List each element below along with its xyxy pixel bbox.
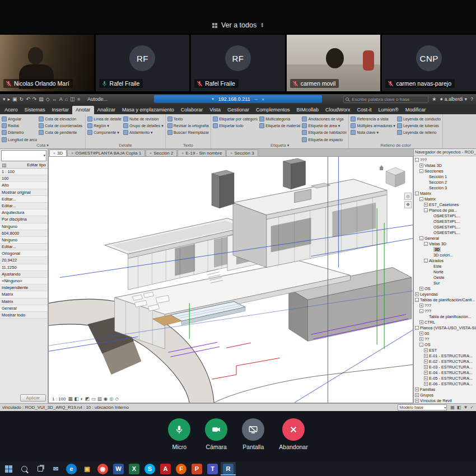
save-icon[interactable]: ▣ [12, 97, 17, 102]
expand-collapse-icon[interactable]: + [419, 320, 423, 324]
taskbar-mail-icon[interactable]: ✉ [48, 462, 63, 475]
sun-path-icon[interactable]: ◐ [81, 396, 83, 402]
filter-icon[interactable]: ▼ [463, 405, 468, 410]
apply-button[interactable]: Aplicar [20, 394, 46, 402]
tree-item[interactable]: OS#EST#PL... [414, 230, 476, 235]
tree-item[interactable]: - ??? [414, 308, 476, 314]
property-row[interactable]: Editar... [0, 196, 48, 203]
tree-item[interactable]: + 00 [414, 330, 476, 336]
design-options-icon[interactable]: ◧ [457, 405, 461, 410]
tree-item[interactable]: Sección 1 [414, 174, 476, 179]
ribbon-tab[interactable]: Sistemas [21, 106, 49, 114]
section-icon[interactable]: ◫ [70, 97, 75, 102]
design-option-select[interactable]: Modelo base [398, 404, 447, 410]
tree-item[interactable]: Oeste [414, 274, 476, 280]
expand-collapse-icon[interactable]: - [419, 197, 423, 201]
taskbar-excel-icon[interactable]: X [127, 462, 142, 475]
ribbon-tab[interactable]: CloudWorx [322, 106, 353, 114]
dimension-icon[interactable]: ↔ [52, 97, 57, 102]
tree-item[interactable]: - General [414, 235, 476, 241]
undo-icon[interactable]: ↶ [26, 97, 30, 102]
pan-icon[interactable]: ✥ [404, 201, 412, 208]
property-row[interactable]: Ninguno [0, 223, 48, 230]
taskbar-edge-icon[interactable]: e [64, 462, 79, 475]
task-view-button[interactable] [32, 462, 48, 475]
edit-type-row[interactable]: ▤ Editar tipo [0, 162, 48, 169]
expand-collapse-icon[interactable]: + [424, 360, 428, 363]
taskbar-chrome-icon[interactable]: ◉ [95, 462, 110, 475]
tree-item[interactable]: + OS [414, 286, 476, 291]
view-tab[interactable]: × E-19 - Sin nombre [178, 150, 226, 156]
tree-item[interactable]: - Tablas de planificación/Canti... [414, 297, 476, 302]
start-button[interactable] [1, 462, 16, 475]
tree-item[interactable]: + CTRL [414, 319, 476, 325]
tree-item[interactable]: + Grupos [414, 392, 476, 398]
measure-icon[interactable]: ◇ [46, 97, 50, 102]
tree-item[interactable]: - ??? [414, 157, 476, 162]
view-tab[interactable]: × Sección 2 [146, 150, 177, 156]
ribbon-tool-button[interactable]: Grupo de detalles ▾ [123, 122, 164, 129]
remote-connection-bar[interactable]: ▾ 192.168.0.211 ─ × [154, 95, 322, 103]
thin-lines-icon[interactable]: ≡ [77, 97, 80, 102]
property-row[interactable]: Por disciplina [0, 216, 48, 223]
ribbon-tool-button[interactable]: Angular [2, 115, 37, 122]
tree-item[interactable]: Tabla de planificación... [414, 314, 476, 319]
taskbar-word-icon[interactable]: W [111, 462, 126, 475]
property-row[interactable]: Alto [0, 182, 48, 189]
tree-item[interactable]: - Vistas 3D [414, 241, 476, 246]
taskbar-skype-icon[interactable]: S [142, 462, 157, 475]
ribbon-tab[interactable]: Analizar [94, 106, 119, 114]
ribbon-tool-button[interactable]: Multicategoría [259, 115, 300, 122]
property-row[interactable]: 20,9422 [0, 257, 48, 264]
ribbon-tool-button[interactable]: Referencia a vista [351, 115, 395, 122]
expand-collapse-icon[interactable]: - [419, 343, 423, 347]
ribbon-tool-button[interactable]: Nota clave ▾ [351, 129, 395, 136]
taskbar-powerpoint-icon[interactable]: P [189, 462, 204, 475]
ribbon-tool-button[interactable]: Leyenda de tuberías [397, 122, 441, 129]
default-3d-view-icon[interactable]: ⌂ [65, 97, 68, 102]
property-row[interactable]: Editar... [0, 203, 48, 209]
signed-in-user[interactable]: ● a.alberdi ▾ [440, 96, 467, 102]
expand-collapse-icon[interactable]: + [424, 376, 428, 380]
tree-item[interactable]: OS#EST#PL... [414, 213, 476, 218]
app-menu-icon[interactable]: ▾ [3, 97, 6, 102]
expand-collapse-icon[interactable]: - [424, 259, 428, 263]
expand-collapse-icon[interactable]: + [415, 292, 419, 296]
expand-collapse-icon[interactable]: + [419, 164, 423, 167]
expand-collapse-icon[interactable]: + [415, 399, 419, 403]
tree-item[interactable]: + Familias [414, 386, 476, 392]
expand-collapse-icon[interactable]: - [424, 242, 428, 246]
tree-item[interactable]: - Matrix [414, 190, 476, 196]
property-row[interactable]: 100 [0, 175, 48, 182]
tree-item[interactable]: - Planos (VISTA-USO_VISTA-SUB... [414, 325, 476, 330]
participant-tile[interactable]: carmen movil [287, 35, 381, 91]
ribbon-tool-button[interactable]: Etiqueta de habitación ▾ [302, 129, 347, 136]
ribbon-tool-button[interactable]: Múltiples armaduras ▾ [351, 122, 395, 129]
taskbar-search-button[interactable] [17, 462, 32, 475]
ribbon-tool-button[interactable]: Etiquetar por categoría [213, 115, 258, 122]
view-scale[interactable]: 1 : 100 [52, 396, 66, 402]
property-row[interactable]: General [0, 305, 48, 312]
remote-minimize-icon[interactable]: ─ [255, 97, 258, 101]
tree-item[interactable]: + E-03 - ESTRUCTURA... [414, 364, 476, 370]
property-row[interactable]: 604,8000 [0, 230, 48, 237]
tree-item[interactable]: - Matrix [414, 196, 476, 202]
tree-item[interactable]: + E-05 - ESTRUCTURA... [414, 375, 476, 381]
tree-item[interactable]: + Vínculos de Revit [414, 398, 476, 403]
taskbar-firefox-icon[interactable]: F [174, 462, 189, 475]
ribbon-tool-button[interactable]: Diámetro [2, 129, 37, 136]
worksets-icon[interactable]: ▦ [450, 405, 455, 410]
ribbon-tool-button[interactable]: Etiquetar todo [213, 122, 258, 129]
ribbon-tool-button[interactable]: Aislamiento ▾ [123, 129, 164, 136]
property-row[interactable]: independiente [0, 284, 48, 291]
ribbon-tool-button[interactable]: Leyenda de conducto [397, 115, 441, 122]
taskbar-acrobat-icon[interactable]: A [158, 462, 173, 475]
ribbon-tool-button[interactable]: Anotaciones de viga [302, 115, 347, 122]
ribbon-tool-button[interactable]: Nube de revisión [123, 115, 164, 122]
hide-isolate-icon[interactable]: ◉ [104, 396, 108, 402]
ribbon-tool-button[interactable]: Cota de coordenadas de punto [39, 122, 83, 129]
property-row[interactable]: Ninguno [0, 237, 48, 244]
property-row[interactable]: 1 : 100 [0, 169, 48, 175]
tree-item[interactable]: Este [414, 263, 476, 269]
ribbon-tab[interactable]: Insertar [49, 106, 73, 114]
